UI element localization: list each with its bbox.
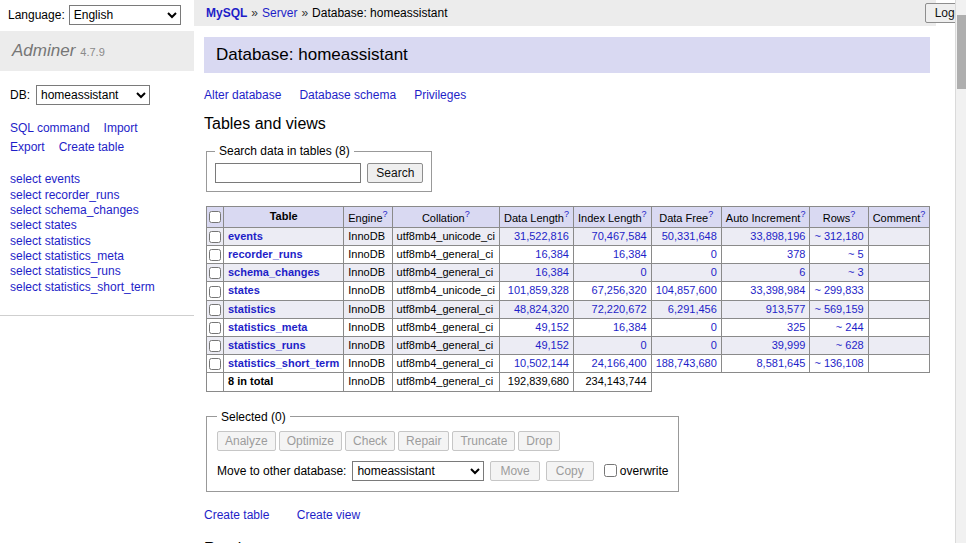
sidebar-link-select-statistics[interactable]: select statistics [10,234,91,248]
language-select[interactable]: English [69,5,181,25]
table-name-link[interactable]: statistics_runs [228,339,306,351]
data-free-link[interactable]: 0 [711,321,717,333]
help-icon[interactable]: ? [465,209,470,219]
select-all-checkbox[interactable] [209,211,221,223]
truncate-button[interactable]: Truncate [452,431,515,451]
move-db-select[interactable]: homeassistant [352,461,484,481]
data-free-link[interactable]: 50,331,648 [662,230,717,242]
overwrite-checkbox[interactable] [604,464,617,477]
index-length-link[interactable]: 67,256,320 [592,284,647,296]
sidebar-link-select-events[interactable]: select events [10,172,80,186]
analyze-button[interactable]: Analyze [217,431,276,451]
privileges-link[interactable]: Privileges [414,88,466,102]
breadcrumb-mysql-link[interactable]: MySQL [206,6,247,20]
table-name-link[interactable]: schema_changes [228,266,320,278]
row-checkbox[interactable] [209,231,221,243]
row-checkbox[interactable] [209,286,221,298]
index-length-link[interactable]: 70,467,584 [592,230,647,242]
data-length-link[interactable]: 31,522,816 [514,230,569,242]
database-schema-link[interactable]: Database schema [299,88,396,102]
rows-count-link[interactable]: ~ 244 [836,321,864,333]
copy-button[interactable]: Copy [546,461,594,481]
rows-count-link[interactable]: ~ 136,108 [814,357,863,369]
drop-button[interactable]: Drop [518,431,560,451]
move-button[interactable]: Move [490,461,539,481]
auto-increment-link[interactable]: 6 [799,266,805,278]
help-icon[interactable]: ? [642,209,647,219]
data-length-link[interactable]: 49,152 [535,321,569,333]
auto-increment-link[interactable]: 33,398,984 [750,284,805,296]
help-icon[interactable]: ? [920,209,925,219]
auto-increment-link[interactable]: 39,999 [772,339,806,351]
create-view-link[interactable]: Create view [297,508,360,522]
row-checkbox[interactable] [209,267,221,279]
search-input[interactable] [215,163,361,183]
index-length-link[interactable]: 0 [641,339,647,351]
sidebar-link-select-statistics-meta[interactable]: select statistics_meta [10,249,124,263]
data-length-link[interactable]: 10,502,144 [514,357,569,369]
help-icon[interactable]: ? [564,209,569,219]
auto-increment-link[interactable]: 913,577 [766,303,806,315]
sidebar-link-select-schema-changes[interactable]: select schema_changes [10,203,139,217]
rows-count-link[interactable]: ~ 3 [848,266,864,278]
db-select[interactable]: homeassistant [36,85,150,105]
data-free-link[interactable]: 6,291,456 [668,303,717,315]
rows-count-link[interactable]: ~ 312,180 [814,230,863,242]
row-checkbox[interactable] [209,304,221,316]
table-name-link[interactable]: statistics_meta [228,321,308,333]
row-checkbox[interactable] [209,249,221,261]
rows-count-link[interactable]: ~ 628 [836,339,864,351]
table-name-link[interactable]: recorder_runs [228,248,303,260]
optimize-button[interactable]: Optimize [279,431,342,451]
sidebar-link-select-states[interactable]: select states [10,218,77,232]
help-icon[interactable]: ? [800,209,805,219]
index-length-link[interactable]: 0 [641,266,647,278]
help-icon[interactable]: ? [850,209,855,219]
data-free-link[interactable]: 188,743,680 [656,357,717,369]
sidebar-link-create-table[interactable]: Create table [59,140,124,154]
sidebar-link-import[interactable]: Import [104,121,138,135]
search-button[interactable]: Search [367,163,423,183]
data-length-link[interactable]: 16,384 [535,266,569,278]
data-length-link[interactable]: 49,152 [535,339,569,351]
row-checkbox[interactable] [209,340,221,352]
overwrite-option[interactable]: overwrite [604,464,669,478]
sidebar-link-sql-command[interactable]: SQL command [10,121,90,135]
sidebar-link-export[interactable]: Export [10,140,45,154]
data-free-link[interactable]: 0 [711,248,717,260]
auto-increment-link[interactable]: 8,581,645 [756,357,805,369]
data-length-link[interactable]: 48,824,320 [514,303,569,315]
create-table-link[interactable]: Create table [204,508,269,522]
alter-database-link[interactable]: Alter database [204,88,281,102]
table-name-link[interactable]: statistics [228,303,276,315]
auto-increment-link[interactable]: 378 [787,248,805,260]
index-length-link[interactable]: 24,166,400 [592,357,647,369]
sidebar-link-select-statistics-short-term[interactable]: select statistics_short_term [10,280,155,294]
index-length-link[interactable]: 16,384 [613,248,647,260]
table-name-link[interactable]: statistics_short_term [228,357,339,369]
rows-count-link[interactable]: ~ 299,833 [814,284,863,296]
row-checkbox[interactable] [209,322,221,334]
auto-increment-link[interactable]: 325 [787,321,805,333]
check-button[interactable]: Check [345,431,395,451]
data-free-link[interactable]: 104,857,600 [656,284,717,296]
data-length-link[interactable]: 16,384 [535,248,569,260]
table-name-link[interactable]: events [228,230,263,242]
repair-button[interactable]: Repair [398,431,449,451]
scrollbar-thumb[interactable] [957,15,966,89]
rows-count-link[interactable]: ~ 5 [848,248,864,260]
sidebar-link-select-statistics-runs[interactable]: select statistics_runs [10,264,121,278]
data-free-link[interactable]: 0 [711,339,717,351]
help-icon[interactable]: ? [383,209,388,219]
scrollbar[interactable] [955,0,966,543]
auto-increment-link[interactable]: 33,898,196 [750,230,805,242]
data-free-link[interactable]: 0 [711,266,717,278]
row-checkbox[interactable] [209,358,221,370]
data-length-link[interactable]: 101,859,328 [508,284,569,296]
index-length-link[interactable]: 72,220,672 [592,303,647,315]
rows-count-link[interactable]: ~ 569,159 [814,303,863,315]
index-length-link[interactable]: 16,384 [613,321,647,333]
help-icon[interactable]: ? [708,209,713,219]
breadcrumb-server-link[interactable]: Server [262,6,297,20]
table-name-link[interactable]: states [228,284,260,296]
